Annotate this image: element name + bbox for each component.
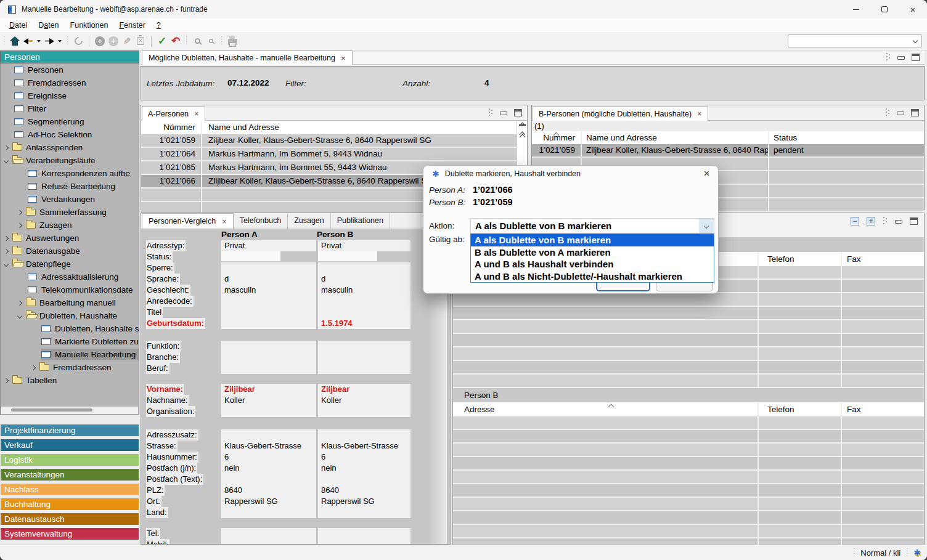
chevron-expanded-icon[interactable] xyxy=(4,261,9,266)
menu-item-?[interactable]: ? xyxy=(151,18,166,32)
chevron-collapsed-icon[interactable] xyxy=(4,145,9,150)
tree-item-adressaktualisierung[interactable]: Adressaktualisierung xyxy=(1,270,139,283)
tree-item-personen[interactable]: Personen xyxy=(1,63,139,76)
dialog-close-icon[interactable]: × xyxy=(704,168,709,179)
toolbar-combobox[interactable] xyxy=(788,34,922,47)
search-icon[interactable] xyxy=(190,34,204,48)
tree-item-ad-hoc-selektion[interactable]: Ad-Hoc Selektion xyxy=(1,128,139,141)
undo-icon[interactable]: ↶ xyxy=(169,34,182,48)
column-header-nummer[interactable]: Nummer xyxy=(532,131,581,144)
edit-icon[interactable]: ✎ xyxy=(120,34,134,48)
tab-close-icon[interactable]: × xyxy=(194,109,199,118)
print-icon[interactable] xyxy=(226,34,239,48)
tree-item-ereignisse[interactable]: Ereignisse xyxy=(1,89,139,102)
pane-minimize-icon[interactable] xyxy=(897,56,905,60)
tab-close-icon[interactable]: × xyxy=(697,109,702,118)
window-minimize-button[interactable] xyxy=(842,0,870,18)
menu-item-datei[interactable]: Datei xyxy=(4,18,33,32)
copy-icon[interactable]: + xyxy=(107,34,120,48)
forward-icon[interactable] xyxy=(43,34,56,48)
column-header-name[interactable]: Name und Adresse xyxy=(201,121,517,134)
table-row[interactable]: 1’021’064Markus Hartmann, Im Bommet 5, 9… xyxy=(141,148,517,161)
column-header-nummer[interactable]: Nummer xyxy=(141,121,201,134)
chevron-collapsed-icon[interactable] xyxy=(17,209,22,214)
module-datenaustausch[interactable]: Datenaustausch xyxy=(0,513,139,526)
pane-grip-icon[interactable] xyxy=(886,53,891,62)
back-dropdown-icon[interactable] xyxy=(37,40,41,43)
tree-item-anlassspenden[interactable]: Anlassspenden xyxy=(1,141,139,154)
tree-item-telekommunikationsdate[interactable]: Telekommunikationsdate xyxy=(1,283,139,296)
tree-item-datenausgabe[interactable]: Datenausgabe xyxy=(1,245,139,258)
column-header-status[interactable]: Status xyxy=(768,131,924,144)
tree-item-bearbeitung-manuell[interactable]: Bearbeitung manuell xyxy=(1,296,139,309)
pane-minimize-icon[interactable] xyxy=(895,220,902,224)
tree-item-sammelerfassung[interactable]: Sammelerfassung xyxy=(1,206,139,219)
module-projektfinanzierung[interactable]: Projektfinanzierung xyxy=(0,424,139,437)
column-header-fax[interactable]: Fax xyxy=(841,402,924,416)
pane-grip-icon[interactable] xyxy=(885,108,890,117)
table-row[interactable]: 1’021’059Ziljbear Koller, Klaus-Gebert-S… xyxy=(532,144,924,158)
dropdown-option[interactable]: A als Dublette von B markieren xyxy=(471,234,714,246)
tree-item-dubletten-haushalte[interactable]: Dubletten, Haushalte xyxy=(1,309,139,322)
module-buchhaltung[interactable]: Buchhaltung xyxy=(0,498,139,511)
tab-moegliche-dubletten[interactable]: Mögliche Dubletten, Haushalte - manuelle… xyxy=(142,51,353,65)
tree-item-segmentierung[interactable]: Segmentierung xyxy=(1,115,139,128)
column-header-fax[interactable]: Fax xyxy=(841,252,924,266)
tab-publikationen[interactable]: Publikationen xyxy=(331,213,390,229)
pane-minimize-icon[interactable] xyxy=(500,112,507,115)
chevron-collapsed-icon[interactable] xyxy=(4,248,9,253)
menu-item-fenster[interactable]: Fenster xyxy=(113,18,150,32)
confirm-icon[interactable]: ✓ xyxy=(155,34,169,48)
forward-dropdown-icon[interactable] xyxy=(58,40,62,43)
pane-maximize-icon[interactable] xyxy=(514,109,522,116)
tree-item-refus-bearbeitung[interactable]: Refusé-Bearbeitung xyxy=(1,180,139,193)
tree-item-markierte-dubletten-zu[interactable]: Markierte Dubletten zu xyxy=(1,335,139,348)
tab-zusagen[interactable]: Zusagen xyxy=(288,213,331,229)
tab-close-icon[interactable]: × xyxy=(341,52,346,65)
window-maximize-button[interactable] xyxy=(870,0,899,18)
pane-grip-icon[interactable] xyxy=(883,217,888,225)
module-veranstaltungen[interactable]: Veranstaltungen xyxy=(0,468,139,481)
tab-a-personen[interactable]: A-Personen× xyxy=(142,106,205,121)
tree-item-filter[interactable]: Filter xyxy=(1,102,139,115)
tree-item-verdankungen[interactable]: Verdankungen xyxy=(1,193,139,206)
tree-item-tabellen[interactable]: Tabellen xyxy=(1,374,139,387)
sidebar-header-personen[interactable]: Personen xyxy=(0,51,139,63)
expand-all-icon[interactable]: + xyxy=(867,217,875,225)
column-header-telefon[interactable]: Telefon xyxy=(758,402,841,416)
refresh-icon[interactable] xyxy=(71,34,85,48)
tree-item-korrespondenzen-aufbe[interactable]: Korrespondenzen aufbe xyxy=(1,167,139,180)
search-small-icon[interactable] xyxy=(204,34,218,48)
tree-item-fremdadressen[interactable]: Fremdadressen xyxy=(1,76,139,89)
add-icon[interactable]: + xyxy=(93,34,107,48)
column-header-name[interactable]: Name und Adresse xyxy=(581,131,768,144)
tab-close-icon[interactable]: × xyxy=(222,214,227,229)
tab-personen-vergleich[interactable]: Personen-Vergleich× xyxy=(142,213,234,229)
menu-item-daten[interactable]: Daten xyxy=(33,18,64,32)
chevron-collapsed-icon[interactable] xyxy=(4,378,9,383)
chevron-collapsed-icon[interactable] xyxy=(17,222,22,227)
scroll-top-icon[interactable] xyxy=(519,124,526,128)
chevron-collapsed-icon[interactable] xyxy=(31,365,36,370)
collapse-all-icon[interactable]: − xyxy=(851,217,859,225)
tree-item-datenpflege[interactable]: Datenpflege xyxy=(1,258,139,270)
tree-item-fremdadressen[interactable]: Fremdadressen xyxy=(1,361,139,374)
combobox-dropdown-button[interactable] xyxy=(699,219,714,233)
menu-item-funktionen[interactable]: Funktionen xyxy=(65,18,114,32)
aktion-combobox[interactable]: A als Dublette von B markieren xyxy=(470,218,714,233)
tree-scrollbar[interactable] xyxy=(1,407,138,414)
tab-telefonbuch[interactable]: Telefonbuch xyxy=(234,213,288,229)
pane-minimize-icon[interactable] xyxy=(897,112,904,115)
dropdown-option[interactable]: B als Dublette von A markieren xyxy=(471,246,714,259)
home-icon[interactable] xyxy=(8,34,22,48)
chevron-expanded-icon[interactable] xyxy=(17,313,22,318)
module-systemverwaltung[interactable]: Systemverwaltung xyxy=(0,527,139,540)
pane-maximize-icon[interactable] xyxy=(912,54,920,61)
back-icon[interactable] xyxy=(22,34,35,48)
pane-maximize-icon[interactable] xyxy=(910,217,918,225)
tree-item-dubletten-haushalte-s[interactable]: Dubletten, Haushalte s xyxy=(1,322,139,335)
scroll-page-up-icon[interactable] xyxy=(520,132,525,139)
chevron-collapsed-icon[interactable] xyxy=(17,300,22,305)
dropdown-option[interactable]: A und B als Haushalt verbinden xyxy=(471,258,714,270)
dropdown-option[interactable]: A und B als Nicht-Dublette/-Haushalt mar… xyxy=(471,270,714,283)
